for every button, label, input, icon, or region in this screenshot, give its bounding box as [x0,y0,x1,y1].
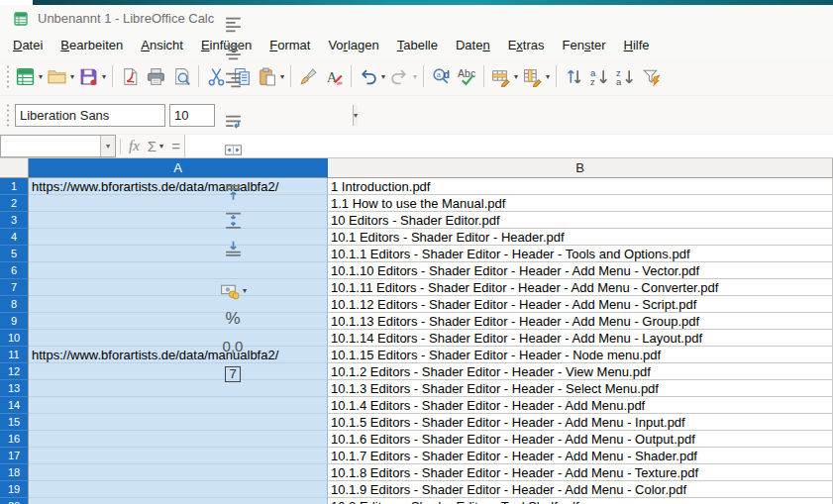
format-currency-button[interactable]: ▾ [217,277,249,305]
menu-daten[interactable]: Daten [447,34,499,56]
cell-A17[interactable] [29,448,328,464]
menu-tabelle[interactable]: Tabelle [388,34,447,56]
cell-A18[interactable] [29,464,328,481]
row-header-14[interactable]: 14 [0,397,29,414]
cell-A12[interactable] [29,363,328,380]
undo-button[interactable]: ▾ [356,62,387,90]
cell-B3[interactable]: 10 Editors - Shader Editor.pdf [328,212,833,229]
name-box[interactable]: ▾ [0,135,116,157]
row-header-3[interactable]: 3 [0,212,29,229]
formula-input[interactable] [185,135,833,157]
cell-B6[interactable]: 10.1.10 Editors - Shader Editor - Header… [328,262,833,279]
menu-vorlagen[interactable]: Vorlagen [319,34,387,56]
cell-A14[interactable] [29,397,328,414]
toolbar-grip[interactable] [4,64,11,88]
align-top-button[interactable] [217,179,249,207]
chevron-down-icon[interactable]: ▾ [100,136,115,156]
sort-ascending-button[interactable]: az [586,62,612,90]
formula-icon[interactable]: = [171,138,180,154]
font-size-combobox[interactable]: ▾ [169,104,215,127]
cell-B8[interactable]: 10.1.12 Editors - Shader Editor - Header… [328,296,833,313]
cell-A1[interactable]: https://www.bforartists.de/data/manualbf… [29,178,328,195]
redo-button[interactable]: ▾ [387,62,419,90]
cell-A11[interactable]: https://www.bforartists.de/data/manualbf… [29,347,328,363]
cell-B5[interactable]: 10.1.1 Editors - Shader Editor - Header … [328,246,833,262]
sort-descending-button[interactable]: za [612,62,638,90]
chevron-down-icon[interactable]: ▾ [353,105,358,126]
save-button[interactable]: ▾ [76,62,108,90]
open-button[interactable]: ▾ [45,62,76,90]
cell-B13[interactable]: 10.1.3 Editors - Shader Editor - Header … [328,380,833,397]
row-header-7[interactable]: 7 [0,279,29,296]
row-header-18[interactable]: 18 [0,464,29,481]
cell-A4[interactable] [29,229,328,246]
align-left-button[interactable] [217,11,249,39]
dropdown-arrow-icon[interactable]: ▾ [70,72,74,81]
cell-A16[interactable] [29,431,328,448]
cell-B12[interactable]: 10.1.2 Editors - Shader Editor - Header … [328,363,833,380]
menu-fenster[interactable]: Fenster [554,34,615,56]
row-header-1[interactable]: 1 [0,178,29,195]
row-operations-button[interactable]: ▾ [488,62,520,90]
cell-B16[interactable]: 10.1.6 Editors - Shader Editor - Header … [328,431,833,448]
cell-A3[interactable] [29,212,328,229]
cell-A7[interactable] [29,279,328,296]
font-name-combobox[interactable]: ▾ [15,104,165,127]
row-header-2[interactable]: 2 [0,195,29,212]
toolbar-grip[interactable] [4,103,11,127]
dropdown-arrow-icon[interactable]: ▾ [514,72,518,81]
cell-A5[interactable] [29,246,328,262]
column-header-a[interactable]: A [29,158,328,178]
sum-icon[interactable]: Σ▾ [148,138,163,154]
clone-formatting-button[interactable] [295,62,321,90]
cell-A13[interactable] [29,380,328,397]
cell-B20[interactable]: 10.2 Editors - Shader Editor - Tool Shel… [328,498,833,504]
font-size-input[interactable] [170,105,353,126]
export-pdf-button[interactable] [117,62,143,90]
cell-B7[interactable]: 10.1.11 Editors - Shader Editor - Header… [328,279,833,296]
dropdown-arrow-icon[interactable]: ▾ [39,72,43,81]
dropdown-arrow-icon[interactable]: ▾ [381,72,385,81]
align-center-button[interactable] [217,39,249,66]
name-box-input[interactable] [1,136,100,156]
print-button[interactable] [143,62,168,90]
dropdown-arrow-icon[interactable]: ▾ [546,72,550,81]
cell-A19[interactable] [29,481,328,498]
row-header-11[interactable]: 11 [0,347,29,363]
center-vertically-button[interactable] [217,207,249,235]
row-header-8[interactable]: 8 [0,296,29,313]
row-header-12[interactable]: 12 [0,363,29,380]
row-header-13[interactable]: 13 [0,380,29,397]
cell-B18[interactable]: 10.1.8 Editors - Shader Editor - Header … [328,464,833,481]
cell-B2[interactable]: 1.1 How to use the Manual.pdf [328,195,833,212]
dropdown-arrow-icon[interactable]: ▾ [102,72,106,81]
menu-hilfe[interactable]: Hilfe [615,34,659,56]
menu-datei[interactable]: Datei [4,34,52,56]
print-preview-button[interactable] [168,62,194,90]
cell-B4[interactable]: 10.1 Editors - Shader Editor - Header.pd… [328,229,833,246]
wrap-text-button[interactable] [217,109,249,137]
menu-format[interactable]: Format [260,34,319,56]
row-header-20[interactable]: 20 [0,498,29,504]
spelling-button[interactable]: Abc [454,62,479,90]
row-header-6[interactable]: 6 [0,262,29,279]
format-percent-button[interactable]: % [217,305,249,333]
select-all-corner[interactable] [0,158,29,178]
cell-B10[interactable]: 10.1.14 Editors - Shader Editor - Header… [328,330,833,347]
function-wizard-icon[interactable]: fx [129,138,140,154]
cell-B9[interactable]: 10.1.13 Editors - Shader Editor - Header… [328,313,833,330]
autofilter-button[interactable] [638,62,664,90]
merge-cells-button[interactable] [217,137,249,164]
dropdown-arrow-icon[interactable]: ▾ [280,72,284,81]
formula-input-line[interactable] [184,135,833,157]
row-header-4[interactable]: 4 [0,229,29,246]
row-header-17[interactable]: 17 [0,448,29,464]
row-header-16[interactable]: 16 [0,431,29,448]
format-date-button[interactable]: 7 [217,360,249,388]
cell-A6[interactable] [29,262,328,279]
cell-B1[interactable]: 1 Introduction.pdf [328,178,833,195]
menu-ansicht[interactable]: Ansicht [132,34,192,56]
align-bottom-button[interactable] [217,235,249,262]
dropdown-arrow-icon[interactable]: ▾ [413,72,417,81]
cell-A20[interactable] [29,498,328,504]
